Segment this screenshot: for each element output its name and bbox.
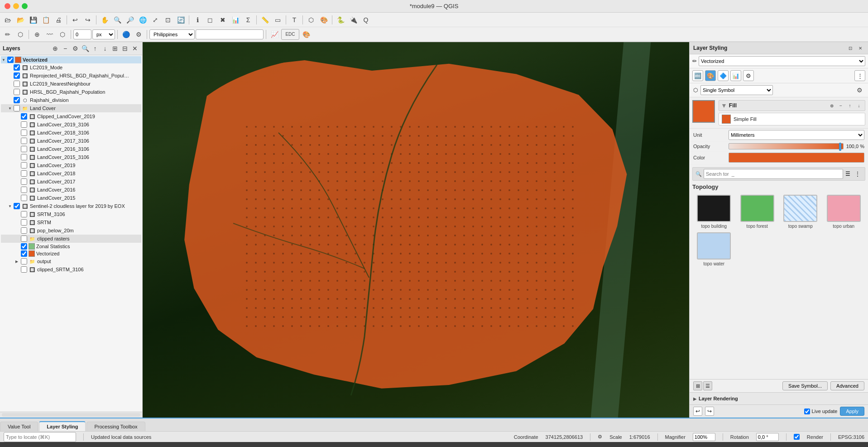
layer-checkbox[interactable] — [21, 266, 27, 273]
layer-item[interactable]: 🔲 Clipped_LandCover_2019 — [1, 112, 141, 120]
snap-enable-btn[interactable]: 🔵 — [120, 29, 132, 40]
tab-value-tool[interactable]: Value Tool — [0, 422, 38, 431]
opacity-slider[interactable] — [729, 143, 844, 149]
layer-item[interactable]: ▶ 📁 output — [1, 257, 141, 265]
open-layer-props-btn[interactable]: ⚙ — [71, 44, 80, 53]
save-as-btn[interactable]: 📋 — [40, 14, 52, 25]
layer-item[interactable]: 🔲 LandCover_2019_3106 — [1, 120, 141, 129]
layer-item[interactable]: 🔲 LC2019_NearestNeighbour — [1, 80, 141, 88]
symbol-tab-3d[interactable]: 🔷 — [718, 70, 729, 81]
collapse-all-btn[interactable]: ⊟ — [120, 44, 129, 53]
layer-item[interactable]: 🔲 LC2019_Mode — [1, 63, 141, 72]
topo-urban-item[interactable]: topo urban — [824, 195, 864, 229]
refresh-btn[interactable]: 🔄 — [175, 14, 187, 25]
measure-btn[interactable]: 📏 — [259, 14, 271, 25]
close-button[interactable] — [5, 3, 10, 9]
symbol-add-btn[interactable]: ⊕ — [828, 101, 836, 110]
map-area[interactable] — [143, 42, 689, 418]
color-scheme-btn[interactable]: 🎨 — [300, 29, 312, 40]
layer-item[interactable]: 🔲 LandCover_2015_3106 — [1, 153, 141, 161]
pan-btn[interactable]: ✋ — [99, 14, 110, 25]
layer-checkbox[interactable] — [21, 146, 27, 152]
simple-fill-row[interactable]: Simple Fill — [719, 113, 865, 125]
plugin-btn[interactable]: 🔌 — [347, 14, 359, 25]
list-view-btn[interactable]: ☰ — [703, 381, 712, 390]
unit-select[interactable]: px — [92, 29, 115, 39]
layer-checkbox[interactable] — [14, 203, 20, 209]
layer-item[interactable]: 🔲 LandCover_2015 — [1, 194, 141, 202]
print-btn[interactable]: 🖨 — [53, 14, 64, 25]
add-layer-btn[interactable]: ⊕ — [51, 44, 60, 53]
layer-item[interactable]: 🔲 pop_below_20m — [1, 226, 141, 235]
save-symbol-btn[interactable]: Save Symbol... — [782, 381, 828, 390]
new-project-btn[interactable]: 🗁 — [2, 14, 14, 25]
symbol-down-btn[interactable]: ↓ — [855, 101, 863, 110]
measure-area-btn[interactable]: ▭ — [272, 14, 283, 25]
layer-item[interactable]: 🔲 HRSL_BGD_Rajshahi_Population — [1, 88, 141, 96]
layer-checkbox[interactable] — [21, 219, 27, 226]
zoom-layer-btn[interactable]: ⤢ — [149, 14, 161, 25]
layer-checkbox[interactable] — [21, 258, 27, 264]
symbol-remove-btn[interactable]: − — [837, 101, 845, 110]
select-btn[interactable]: ◻ — [204, 14, 216, 25]
qgis-btn[interactable]: Q — [360, 14, 372, 25]
layer-checkbox[interactable] — [21, 170, 27, 177]
digitize-btn[interactable]: ✏ — [2, 29, 14, 40]
undo-btn[interactable]: ↩ — [69, 14, 81, 25]
minimize-button[interactable] — [13, 3, 19, 9]
layer-checkbox[interactable] — [21, 162, 27, 168]
layer-item[interactable]: ▼ 🔲 Sentinel-2 cloudless layer for 2019 … — [1, 202, 141, 210]
layer-checkbox[interactable] — [14, 97, 20, 103]
line-width-input[interactable]: 0 — [73, 29, 91, 39]
edit-node-btn[interactable]: ⬡ — [14, 29, 26, 40]
layer-item[interactable]: ▼ Vectorized — [1, 56, 141, 63]
dock-btn[interactable]: ⊡ — [846, 44, 854, 52]
layer-item[interactable]: 🔲 LandCover_2016 — [1, 186, 141, 194]
color-picker-bar[interactable] — [729, 153, 864, 163]
symbol-tab-fill[interactable]: 🎨 — [705, 70, 716, 81]
rotation-input[interactable] — [756, 433, 779, 441]
statistics-btn[interactable]: Σ — [242, 14, 254, 25]
symbol-tab-blend[interactable]: ⚙ — [743, 70, 754, 81]
layer-checkbox[interactable] — [14, 89, 20, 95]
layer-checkbox[interactable] — [14, 105, 20, 111]
close-styling-btn[interactable]: ✕ — [856, 44, 864, 52]
topo-view-toggle-btn[interactable]: ☰ — [843, 169, 852, 178]
layer-item[interactable]: 🔲 SRTM_3106 — [1, 210, 141, 218]
topo-forest-item[interactable]: topo forest — [738, 195, 777, 229]
layer-item[interactable]: 🔲 LandCover_2017 — [1, 178, 141, 186]
zoom-in-btn[interactable]: 🔍 — [111, 14, 123, 25]
symbol-up-btn[interactable]: ↑ — [846, 101, 854, 110]
layer-checkbox[interactable] — [21, 154, 27, 160]
layer-item[interactable]: 🔲 Reprojected_HRSL_BGD_Rajshahi_Populati… — [1, 72, 141, 80]
tab-layer-styling[interactable]: Layer Styling — [39, 421, 86, 431]
topology-search-input[interactable] — [704, 169, 843, 179]
topo-building-item[interactable]: topo building — [694, 195, 734, 229]
tab-processing-toolbox[interactable]: Processing Toolbox — [86, 422, 145, 431]
layer-checkbox[interactable] — [21, 130, 27, 136]
maximize-button[interactable] — [22, 3, 28, 9]
magnifier-input[interactable] — [693, 433, 715, 441]
layer-item[interactable]: Vectorized — [1, 250, 141, 257]
layer-item[interactable]: 📁 clipped rasters — [1, 235, 141, 243]
add-line-btn[interactable]: 〰 — [44, 29, 56, 40]
locate-input[interactable] — [4, 432, 76, 442]
python-btn[interactable]: 🐍 — [335, 14, 346, 25]
topo-swamp-item[interactable]: topo swamp — [781, 195, 820, 229]
topo-options-btn[interactable]: ⋮ — [853, 169, 862, 178]
symbology-btn[interactable]: 🎨 — [318, 14, 330, 25]
add-point-btn[interactable]: ⊕ — [31, 29, 43, 40]
redo-style-btn[interactable]: ↪ — [705, 407, 714, 416]
remove-layer-btn[interactable]: − — [61, 44, 70, 53]
add-polygon-btn[interactable]: ⬡ — [57, 29, 68, 40]
move-layer-up-btn[interactable]: ↑ — [91, 44, 100, 53]
layer-item[interactable]: ⬡ Rajshahi_division — [1, 96, 141, 104]
layer-checkbox[interactable] — [21, 138, 27, 144]
layer-checkbox[interactable] — [7, 57, 14, 63]
styled-layer-select[interactable]: Vectorized — [699, 56, 865, 66]
close-layers-btn[interactable]: ✕ — [130, 44, 139, 53]
unit-select[interactable]: Millimeters — [729, 130, 864, 140]
layer-checkbox[interactable] — [21, 227, 27, 234]
snap-config-btn[interactable]: ⚙ — [133, 29, 144, 40]
layer-group-item[interactable]: ▼ 📁 Land Cover — [1, 104, 141, 112]
